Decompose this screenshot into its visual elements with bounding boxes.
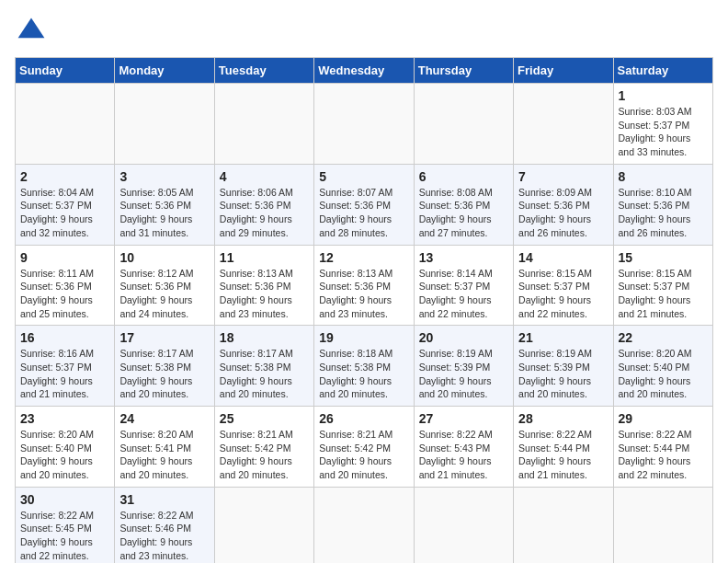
calendar-body: 1Sunrise: 8:03 AMSunset: 5:37 PMDaylight… — [16, 84, 713, 564]
calendar-day-21: 21Sunrise: 8:19 AMSunset: 5:39 PMDayligh… — [514, 326, 613, 407]
day-info-10: Sunrise: 8:12 AMSunset: 5:36 PMDaylight:… — [119, 267, 209, 321]
column-header-wednesday: Wednesday — [314, 58, 414, 84]
calendar-day-19: 19Sunrise: 8:18 AMSunset: 5:38 PMDayligh… — [314, 326, 414, 407]
day-info-25: Sunrise: 8:21 AMSunset: 5:42 PMDaylight:… — [220, 428, 309, 482]
empty-cell — [414, 487, 513, 563]
calendar-day-6: 6Sunrise: 8:08 AMSunset: 5:36 PMDaylight… — [414, 164, 513, 245]
day-number-4: 4 — [220, 169, 309, 184]
day-info-20: Sunrise: 8:19 AMSunset: 5:39 PMDaylight:… — [419, 347, 508, 401]
day-info-16: Sunrise: 8:16 AMSunset: 5:37 PMDaylight:… — [20, 347, 109, 401]
calendar-day-25: 25Sunrise: 8:21 AMSunset: 5:42 PMDayligh… — [214, 407, 313, 488]
calendar-week-6: 30Sunrise: 8:22 AMSunset: 5:45 PMDayligh… — [16, 487, 713, 563]
calendar-day-11: 11Sunrise: 8:13 AMSunset: 5:36 PMDayligh… — [214, 245, 313, 326]
day-number-14: 14 — [518, 250, 608, 265]
day-number-10: 10 — [119, 250, 209, 265]
calendar-day-31: 31Sunrise: 8:22 AMSunset: 5:46 PMDayligh… — [115, 487, 214, 563]
day-number-3: 3 — [119, 169, 209, 184]
day-number-2: 2 — [20, 169, 109, 184]
calendar-day-4: 4Sunrise: 8:06 AMSunset: 5:36 PMDaylight… — [214, 164, 313, 245]
day-number-24: 24 — [119, 411, 209, 426]
day-number-21: 21 — [518, 330, 608, 345]
day-info-6: Sunrise: 8:08 AMSunset: 5:36 PMDaylight:… — [419, 186, 508, 240]
day-number-20: 20 — [419, 330, 508, 345]
calendar-day-20: 20Sunrise: 8:19 AMSunset: 5:39 PMDayligh… — [414, 326, 513, 407]
empty-cell — [613, 487, 712, 563]
empty-cell — [414, 84, 513, 165]
day-number-28: 28 — [518, 411, 608, 426]
day-info-23: Sunrise: 8:20 AMSunset: 5:40 PMDaylight:… — [20, 428, 109, 482]
day-number-12: 12 — [319, 250, 408, 265]
calendar-day-30: 30Sunrise: 8:22 AMSunset: 5:45 PMDayligh… — [16, 487, 115, 563]
calendar-day-3: 3Sunrise: 8:05 AMSunset: 5:36 PMDaylight… — [115, 164, 214, 245]
column-header-sunday: Sunday — [16, 58, 115, 84]
day-number-27: 27 — [419, 411, 508, 426]
day-number-7: 7 — [518, 169, 608, 184]
calendar-day-26: 26Sunrise: 8:21 AMSunset: 5:42 PMDayligh… — [314, 407, 414, 488]
calendar-day-27: 27Sunrise: 8:22 AMSunset: 5:43 PMDayligh… — [414, 407, 513, 488]
day-info-9: Sunrise: 8:11 AMSunset: 5:36 PMDaylight:… — [20, 267, 109, 321]
day-info-30: Sunrise: 8:22 AMSunset: 5:45 PMDaylight:… — [20, 509, 109, 563]
day-info-17: Sunrise: 8:17 AMSunset: 5:38 PMDaylight:… — [119, 347, 209, 401]
calendar-day-12: 12Sunrise: 8:13 AMSunset: 5:36 PMDayligh… — [314, 245, 414, 326]
day-number-29: 29 — [619, 411, 708, 426]
calendar-day-24: 24Sunrise: 8:20 AMSunset: 5:41 PMDayligh… — [115, 407, 214, 488]
day-info-13: Sunrise: 8:14 AMSunset: 5:37 PMDaylight:… — [419, 267, 508, 321]
day-number-6: 6 — [419, 169, 508, 184]
day-info-15: Sunrise: 8:15 AMSunset: 5:37 PMDaylight:… — [619, 267, 708, 321]
day-number-8: 8 — [619, 169, 708, 184]
calendar-week-3: 9Sunrise: 8:11 AMSunset: 5:36 PMDaylight… — [16, 245, 713, 326]
empty-cell — [214, 487, 313, 563]
day-info-11: Sunrise: 8:13 AMSunset: 5:36 PMDaylight:… — [220, 267, 309, 321]
calendar-week-5: 23Sunrise: 8:20 AMSunset: 5:40 PMDayligh… — [16, 407, 713, 488]
day-number-30: 30 — [20, 492, 109, 507]
day-info-28: Sunrise: 8:22 AMSunset: 5:44 PMDaylight:… — [518, 428, 608, 482]
logo-icon — [15, 15, 48, 48]
calendar-day-7: 7Sunrise: 8:09 AMSunset: 5:36 PMDaylight… — [514, 164, 613, 245]
day-info-3: Sunrise: 8:05 AMSunset: 5:36 PMDaylight:… — [119, 186, 209, 240]
calendar-day-22: 22Sunrise: 8:20 AMSunset: 5:40 PMDayligh… — [613, 326, 712, 407]
day-number-15: 15 — [619, 250, 708, 265]
day-number-26: 26 — [319, 411, 408, 426]
day-info-22: Sunrise: 8:20 AMSunset: 5:40 PMDaylight:… — [619, 347, 708, 401]
svg-marker-0 — [18, 18, 45, 39]
calendar-day-9: 9Sunrise: 8:11 AMSunset: 5:36 PMDaylight… — [16, 245, 115, 326]
day-number-23: 23 — [20, 411, 109, 426]
page-header — [15, 15, 713, 48]
day-info-1: Sunrise: 8:03 AMSunset: 5:37 PMDaylight:… — [619, 105, 708, 159]
day-info-18: Sunrise: 8:17 AMSunset: 5:38 PMDaylight:… — [220, 347, 309, 401]
calendar-day-1: 1Sunrise: 8:03 AMSunset: 5:37 PMDaylight… — [613, 84, 712, 165]
day-info-12: Sunrise: 8:13 AMSunset: 5:36 PMDaylight:… — [319, 267, 408, 321]
column-header-friday: Friday — [514, 58, 613, 84]
day-info-5: Sunrise: 8:07 AMSunset: 5:36 PMDaylight:… — [319, 186, 408, 240]
calendar-day-17: 17Sunrise: 8:17 AMSunset: 5:38 PMDayligh… — [115, 326, 214, 407]
calendar-day-8: 8Sunrise: 8:10 AMSunset: 5:36 PMDaylight… — [613, 164, 712, 245]
calendar-day-5: 5Sunrise: 8:07 AMSunset: 5:36 PMDaylight… — [314, 164, 414, 245]
empty-cell — [16, 84, 115, 165]
calendar-day-13: 13Sunrise: 8:14 AMSunset: 5:37 PMDayligh… — [414, 245, 513, 326]
day-info-31: Sunrise: 8:22 AMSunset: 5:46 PMDaylight:… — [119, 509, 209, 563]
calendar-week-1: 1Sunrise: 8:03 AMSunset: 5:37 PMDaylight… — [16, 84, 713, 165]
day-number-19: 19 — [319, 330, 408, 345]
logo — [15, 15, 51, 48]
calendar-day-2: 2Sunrise: 8:04 AMSunset: 5:37 PMDaylight… — [16, 164, 115, 245]
day-number-18: 18 — [220, 330, 309, 345]
day-info-4: Sunrise: 8:06 AMSunset: 5:36 PMDaylight:… — [220, 186, 309, 240]
day-info-7: Sunrise: 8:09 AMSunset: 5:36 PMDaylight:… — [518, 186, 608, 240]
day-info-8: Sunrise: 8:10 AMSunset: 5:36 PMDaylight:… — [619, 186, 708, 240]
day-info-24: Sunrise: 8:20 AMSunset: 5:41 PMDaylight:… — [119, 428, 209, 482]
day-number-16: 16 — [20, 330, 109, 345]
calendar-day-28: 28Sunrise: 8:22 AMSunset: 5:44 PMDayligh… — [514, 407, 613, 488]
day-number-1: 1 — [619, 88, 708, 103]
day-number-17: 17 — [119, 330, 209, 345]
column-header-tuesday: Tuesday — [214, 58, 313, 84]
calendar-day-15: 15Sunrise: 8:15 AMSunset: 5:37 PMDayligh… — [613, 245, 712, 326]
calendar-week-4: 16Sunrise: 8:16 AMSunset: 5:37 PMDayligh… — [16, 326, 713, 407]
day-number-22: 22 — [619, 330, 708, 345]
calendar-header: SundayMondayTuesdayWednesdayThursdayFrid… — [16, 58, 713, 84]
day-number-5: 5 — [319, 169, 408, 184]
day-info-29: Sunrise: 8:22 AMSunset: 5:44 PMDaylight:… — [619, 428, 708, 482]
calendar-week-2: 2Sunrise: 8:04 AMSunset: 5:37 PMDaylight… — [16, 164, 713, 245]
calendar-day-18: 18Sunrise: 8:17 AMSunset: 5:38 PMDayligh… — [214, 326, 313, 407]
calendar-table: SundayMondayTuesdayWednesdayThursdayFrid… — [15, 57, 713, 563]
empty-cell — [214, 84, 313, 165]
